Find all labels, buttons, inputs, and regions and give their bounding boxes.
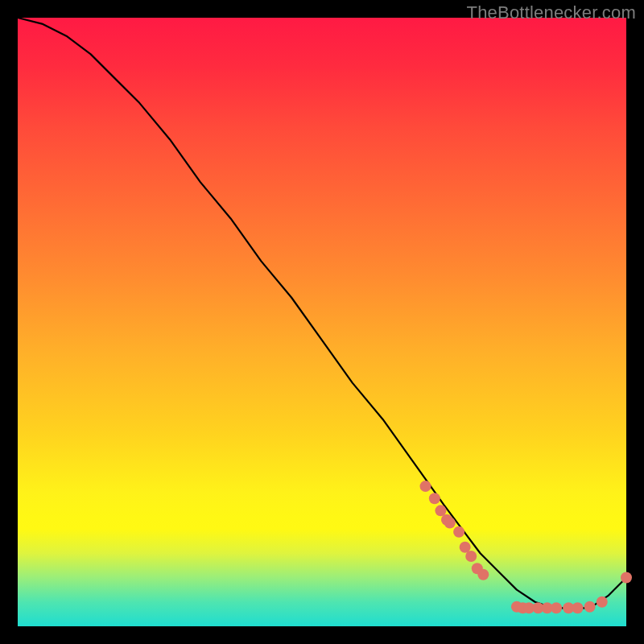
- bottleneck-curve: [18, 18, 626, 608]
- data-point: [621, 572, 632, 584]
- data-point: [584, 601, 596, 613]
- data-markers: [420, 481, 632, 613]
- data-point: [429, 493, 440, 504]
- data-point: [453, 526, 464, 538]
- chart-svg: [18, 18, 626, 626]
- data-point: [597, 597, 608, 608]
- data-point: [420, 481, 431, 492]
- data-point: [477, 569, 489, 580]
- data-point: [572, 602, 584, 613]
- data-point: [444, 517, 456, 528]
- data-point: [551, 602, 562, 613]
- data-point: [465, 551, 477, 562]
